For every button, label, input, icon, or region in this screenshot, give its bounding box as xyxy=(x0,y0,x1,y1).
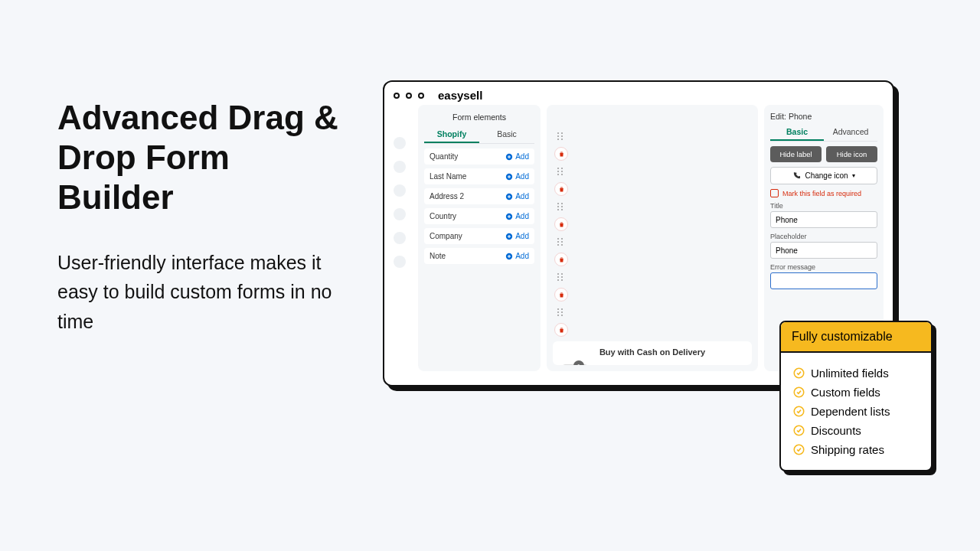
form-element-row[interactable]: Address 2 Add xyxy=(424,188,534,204)
change-icon-button[interactable]: Change icon ▾ xyxy=(770,167,877,184)
feature-card: Fully customizable Unlimited fieldsCusto… xyxy=(779,321,933,471)
form-element-row[interactable]: Country Add xyxy=(424,208,534,224)
step-dot[interactable] xyxy=(394,232,406,244)
title-field-label: Title xyxy=(770,202,877,210)
traffic-light-icon[interactable] xyxy=(406,93,412,99)
drag-handle-icon[interactable] xyxy=(557,132,565,140)
check-circle-icon xyxy=(793,406,805,417)
form-element-row[interactable]: Quantity Add xyxy=(424,148,534,165)
hero-subtitle: User-friendly interface makes it easy to… xyxy=(57,248,348,337)
placeholder-input[interactable] xyxy=(770,242,877,259)
feature-item: Shipping rates xyxy=(793,440,919,459)
add-button[interactable]: Add xyxy=(505,152,529,161)
trash-icon xyxy=(558,292,565,298)
trash-icon xyxy=(558,186,565,193)
caret-down-icon: ▾ xyxy=(852,172,855,179)
add-button[interactable]: Add xyxy=(505,192,529,201)
required-checkbox-row[interactable]: Mark this field as required xyxy=(770,189,877,197)
product-image: 1 xyxy=(562,364,588,365)
feature-item: Dependent lists xyxy=(793,402,919,421)
delete-button[interactable] xyxy=(554,253,568,266)
check-circle-icon xyxy=(793,444,805,455)
error-message-input[interactable] xyxy=(770,272,877,289)
element-label: Company xyxy=(430,232,462,240)
plus-circle-icon xyxy=(505,193,513,201)
trash-icon xyxy=(558,151,565,158)
plus-circle-icon xyxy=(505,233,513,240)
add-button[interactable]: Add xyxy=(505,252,529,260)
placeholder-field-label: Placeholder xyxy=(770,233,877,240)
title-input[interactable] xyxy=(770,211,877,228)
trash-icon xyxy=(558,327,565,334)
edit-panel-title: Edit: Phone xyxy=(770,109,877,124)
delete-button[interactable] xyxy=(554,323,568,337)
form-elements-panel: Form elements Shopify Basic Quantity Add… xyxy=(418,105,541,371)
add-button[interactable]: Add xyxy=(505,232,529,240)
hero-title: Advanced Drag & Drop Form Builder xyxy=(57,98,348,217)
plus-circle-icon xyxy=(505,173,513,181)
phone-icon xyxy=(792,171,801,180)
delete-button[interactable] xyxy=(554,217,568,231)
left-step-rail xyxy=(394,105,415,371)
hide-label-button[interactable]: Hide label xyxy=(770,146,822,162)
drag-handle-icon[interactable] xyxy=(557,308,565,316)
check-circle-icon xyxy=(793,386,805,398)
plus-circle-icon xyxy=(505,153,513,161)
error-message-label: Error message xyxy=(770,263,877,271)
add-button[interactable]: Add xyxy=(505,172,529,181)
checkbox-icon[interactable] xyxy=(770,189,779,197)
element-label: Country xyxy=(430,212,456,220)
app-title: easysell xyxy=(438,89,482,102)
add-button[interactable]: Add xyxy=(505,212,529,220)
element-label: Last Name xyxy=(430,172,466,181)
drag-handle-icon[interactable] xyxy=(557,168,565,175)
step-dot[interactable] xyxy=(394,184,406,197)
qty-badge: 1 xyxy=(573,360,584,365)
drag-handle-icon[interactable] xyxy=(557,273,565,281)
tab-basic[interactable]: Basic xyxy=(479,126,534,143)
form-element-row[interactable]: Company Add xyxy=(424,228,534,244)
window-titlebar: easysell xyxy=(384,82,893,105)
element-label: Note xyxy=(430,252,446,260)
preview-title: Buy with Cash on Delivery xyxy=(562,347,743,357)
traffic-light-icon[interactable] xyxy=(394,93,400,99)
element-label: Quantity xyxy=(430,152,458,161)
step-dot[interactable] xyxy=(394,208,406,220)
check-circle-icon xyxy=(793,425,805,436)
block-rail xyxy=(553,109,570,337)
drag-handle-icon[interactable] xyxy=(557,238,565,246)
product-row: 1 Your product's name Your variant's nam… xyxy=(562,364,743,365)
hide-icon-button[interactable]: Hide icon xyxy=(826,146,877,162)
feature-item: Discounts xyxy=(793,421,919,440)
tab-shopify[interactable]: Shopify xyxy=(424,126,479,143)
preview-panel: Buy with Cash on Delivery 1 Your product… xyxy=(547,105,758,371)
step-dot[interactable] xyxy=(394,256,406,268)
tab-edit-basic[interactable]: Basic xyxy=(770,124,824,141)
tab-edit-advanced[interactable]: Advanced xyxy=(824,124,877,141)
plus-circle-icon xyxy=(505,213,513,220)
step-dot[interactable] xyxy=(394,161,406,173)
trash-icon xyxy=(558,221,565,228)
panel-title: Form elements xyxy=(424,109,534,126)
traffic-light-icon[interactable] xyxy=(418,93,424,99)
form-element-row[interactable]: Note Add xyxy=(424,248,534,264)
delete-button[interactable] xyxy=(554,182,568,196)
check-circle-icon xyxy=(793,367,805,379)
form-elements-list: Quantity AddLast Name AddAddress 2 AddCo… xyxy=(424,148,534,268)
delete-button[interactable] xyxy=(554,147,568,161)
plus-circle-icon xyxy=(505,253,513,260)
element-label: Address 2 xyxy=(430,192,464,201)
drag-handle-icon[interactable] xyxy=(557,203,565,210)
step-dot[interactable] xyxy=(394,137,406,149)
form-element-row[interactable]: Last Name Add xyxy=(424,168,534,184)
feature-item: Custom fields xyxy=(793,383,919,402)
feature-item: Unlimited fields xyxy=(793,364,919,383)
form-preview: Buy with Cash on Delivery 1 Your product… xyxy=(553,341,752,365)
trash-icon xyxy=(558,256,565,263)
feature-card-title: Fully customizable xyxy=(781,322,931,353)
delete-button[interactable] xyxy=(554,288,568,302)
